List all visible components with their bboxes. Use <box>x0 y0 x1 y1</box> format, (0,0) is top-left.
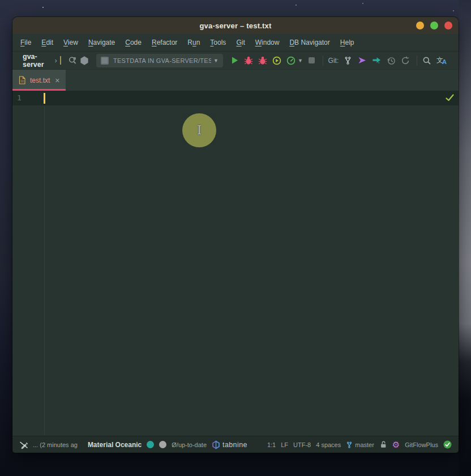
menu-item-window[interactable]: Window <box>250 39 285 46</box>
branch-name: master <box>355 441 374 448</box>
editor-area[interactable]: 1 I <box>12 91 459 436</box>
minimize-button[interactable] <box>416 22 424 29</box>
menu-item-tools[interactable]: Tools <box>205 39 231 46</box>
desktop-background: gva-server – test.txt FileEditViewNaviga… <box>0 0 471 476</box>
menu-item-run[interactable]: Run <box>182 39 205 46</box>
menu-item-refactor[interactable]: Refactor <box>147 39 182 46</box>
toolbar-separator <box>323 56 323 66</box>
ibeam-cursor-icon: I <box>197 124 202 137</box>
run-button[interactable] <box>230 56 239 65</box>
stop-button <box>308 56 316 65</box>
gear-icon[interactable]: ⚙ <box>392 440 400 449</box>
chevron-down-icon: ▼ <box>213 58 219 63</box>
wallpaper-right-band <box>459 0 471 476</box>
git-branch-icon[interactable] <box>344 56 352 65</box>
debug-button[interactable] <box>244 56 253 65</box>
project-breadcrumb[interactable]: gva-server <box>23 53 52 69</box>
unlock-icon[interactable] <box>379 440 387 449</box>
toolbar-separator-2 <box>417 56 417 66</box>
maximize-button[interactable] <box>430 22 438 29</box>
title-bar[interactable]: gva-server – test.txt <box>12 17 459 34</box>
git-toolbar-label: Git: <box>328 57 339 65</box>
breadcrumb-separator <box>60 56 61 65</box>
inspections-ok-icon[interactable] <box>445 94 455 102</box>
run-config-icon <box>101 57 109 65</box>
close-tab-icon[interactable]: × <box>55 76 59 84</box>
profiler-dropdown-icon[interactable]: ▼ <box>298 56 303 65</box>
tabnine-hexagon-icon <box>212 440 220 449</box>
close-button[interactable] <box>444 22 452 29</box>
translate-icon[interactable]: 文A <box>436 56 448 65</box>
pencil-slash-icon[interactable] <box>19 440 28 449</box>
tabnine-label: tabnine <box>222 441 247 449</box>
caret-position[interactable]: 1:1 <box>267 441 276 448</box>
breadcrumb-chevron-icon: › <box>55 56 57 65</box>
vcs-update-text: ... (2 minutes ag <box>33 441 78 448</box>
menu-item-edit[interactable]: Edit <box>36 39 58 46</box>
hexagon-plugin-icon[interactable] <box>79 53 91 68</box>
run-config-name: TESTDATA IN GVA-SERVER/TEST <box>113 57 211 64</box>
theme-widget: Material Oceanic Ø/up-to-date tabnine <box>88 440 247 449</box>
branch-icon <box>346 441 353 449</box>
main-toolbar: gva-server › TESTDATA IN GVA-SERVER/TEST… <box>12 51 459 69</box>
menu-item-code[interactable]: Code <box>120 39 147 46</box>
run-with-coverage-button[interactable] <box>272 56 281 65</box>
line-ending[interactable]: LF <box>281 441 288 448</box>
tab-test-txt[interactable]: test.txt × <box>12 70 66 91</box>
traffic-lights <box>416 17 452 34</box>
menu-bar: FileEditViewNavigateCodeRefactorRunTools… <box>12 34 459 51</box>
history-rollback-icon <box>387 56 396 65</box>
menu-item-db-navigator[interactable]: DB Navigator <box>284 39 335 46</box>
menu-item-file[interactable]: File <box>15 39 36 46</box>
status-left-group: ... (2 minutes ag <box>19 440 78 449</box>
debug-alt-button[interactable] <box>258 56 267 65</box>
text-caret <box>44 93 45 104</box>
scheme-color-dot-icon[interactable] <box>159 441 166 448</box>
search-everywhere-icon[interactable] <box>422 56 431 65</box>
text-file-icon <box>18 76 26 84</box>
status-right-group: 1:1 LF UTF-8 4 spaces master ⚙ GitFlowPl… <box>267 440 452 449</box>
mouse-highlight-circle: I <box>182 113 216 147</box>
sync-status[interactable]: Ø/up-to-date <box>172 441 207 448</box>
gitflowplus-label[interactable]: GitFlowPlus <box>405 441 438 448</box>
menu-item-navigate[interactable]: Navigate <box>83 39 120 46</box>
accent-color-dot-icon[interactable] <box>147 441 154 448</box>
window-title: gva-server – test.txt <box>199 22 271 30</box>
indent-setting[interactable]: 4 spaces <box>316 441 341 448</box>
theme-name[interactable]: Material Oceanic <box>88 441 142 449</box>
menu-item-help[interactable]: Help <box>335 39 359 46</box>
git-push-icon[interactable] <box>357 56 367 65</box>
indent-guide <box>44 107 45 435</box>
file-encoding[interactable]: UTF-8 <box>293 441 311 448</box>
menu-item-git[interactable]: Git <box>231 39 250 46</box>
refresh-icon <box>401 56 410 65</box>
caret-line-highlight <box>12 91 459 105</box>
tabnine-widget[interactable]: tabnine <box>212 440 247 449</box>
line-number: 1 <box>12 91 40 105</box>
editor-tab-bar: test.txt × <box>12 69 459 91</box>
ide-window: gva-server – test.txt FileEditViewNaviga… <box>12 17 459 453</box>
notification-badge-icon[interactable] <box>443 440 452 449</box>
run-config-selector[interactable]: TESTDATA IN GVA-SERVER/TEST ▼ <box>96 54 223 67</box>
wallpaper-stars <box>42 7 44 8</box>
status-bar: ... (2 minutes ag Material Oceanic Ø/up-… <box>12 436 459 453</box>
profiler-button[interactable] <box>286 56 296 65</box>
menu-item-view[interactable]: View <box>58 39 83 46</box>
tab-label: test.txt <box>30 76 50 84</box>
git-update-icon[interactable] <box>372 56 382 65</box>
git-branch-widget[interactable]: master <box>346 441 374 449</box>
search-preview-icon[interactable] <box>67 53 79 68</box>
